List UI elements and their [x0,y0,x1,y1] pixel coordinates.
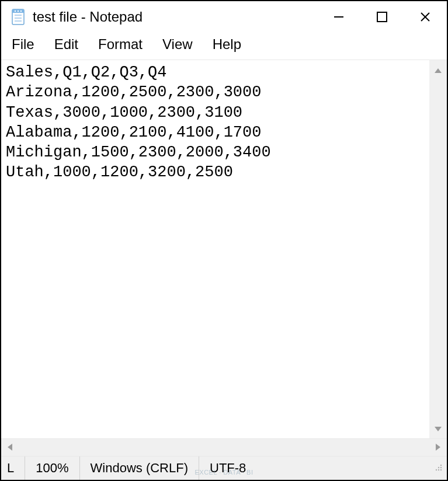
titlebar: test file - Notepad [1,1,447,33]
maximize-button[interactable] [360,1,404,33]
menubar: File Edit Format View Help [1,33,447,60]
svg-point-3 [18,11,19,12]
window-title: test file - Notepad [33,9,143,25]
text-editor[interactable]: Sales,Q1,Q2,Q3,Q4 Arizona,1200,2500,2300… [1,60,429,438]
statusbar: L 100% Windows (CRLF) UTF-8 [1,456,447,480]
svg-marker-14 [8,444,12,451]
scroll-right-icon[interactable] [435,442,441,453]
svg-marker-13 [435,427,442,431]
svg-point-2 [15,11,16,12]
status-zoom-value: 100% [36,461,68,476]
menu-format[interactable]: Format [98,36,143,53]
menu-edit[interactable]: Edit [54,36,78,53]
status-line-col-label: L [7,461,14,476]
svg-point-20 [438,469,439,470]
svg-point-19 [436,469,437,470]
horizontal-scrollbar[interactable] [1,439,447,456]
content-area: Sales,Q1,Q2,Q3,Q4 Arizona,1200,2500,2300… [1,60,447,439]
scroll-down-icon[interactable] [434,423,442,434]
menu-view[interactable]: View [162,36,193,53]
status-encoding: UTF-8 [199,456,256,480]
svg-point-18 [440,467,442,468]
svg-point-17 [438,467,439,468]
status-zoom: 100% [25,456,79,480]
vertical-scrollbar[interactable] [429,60,447,438]
notepad-icon [11,8,26,26]
svg-marker-12 [435,68,442,73]
svg-marker-15 [436,444,440,451]
scroll-up-icon[interactable] [434,65,442,75]
menu-help[interactable]: Help [213,36,241,53]
svg-point-21 [440,469,442,470]
status-line-ending-value: Windows (CRLF) [91,461,188,476]
status-line-col: L [1,456,25,480]
svg-point-4 [20,11,22,12]
close-button[interactable] [404,1,447,33]
status-encoding-value: UTF-8 [210,461,246,476]
scroll-left-icon[interactable] [7,442,13,453]
minimize-button[interactable] [317,1,360,33]
grip-icon [434,464,443,474]
status-line-ending: Windows (CRLF) [79,456,199,480]
svg-rect-9 [377,12,387,22]
notepad-window: test file - Notepad File Edit Format Vie… [0,0,448,481]
resize-grip[interactable] [434,461,447,476]
menu-file[interactable]: File [12,36,34,53]
svg-point-16 [440,465,442,466]
